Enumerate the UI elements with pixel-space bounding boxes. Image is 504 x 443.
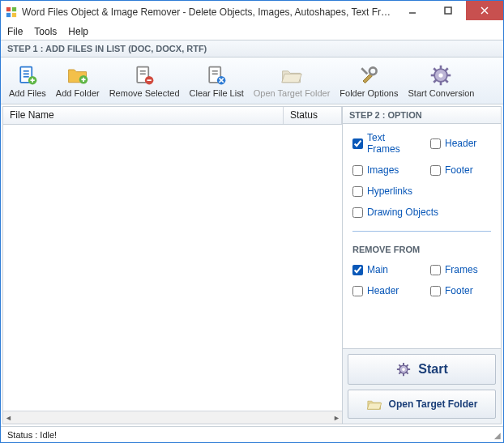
svg-rect-1 xyxy=(12,7,16,11)
file-add-icon xyxy=(16,64,39,87)
opt-header[interactable]: Header xyxy=(430,132,495,155)
folder-add-icon xyxy=(66,64,89,87)
file-list-rows[interactable] xyxy=(3,125,342,411)
add-files-button[interactable]: Add Files xyxy=(4,58,51,104)
opt-text-frames[interactable]: Text Frames xyxy=(352,132,417,155)
close-button[interactable] xyxy=(466,1,503,20)
gear-icon xyxy=(429,64,452,87)
svg-line-37 xyxy=(434,68,438,71)
chk-images[interactable] xyxy=(352,165,363,176)
svg-line-48 xyxy=(406,372,408,374)
open-target-folder-big-button[interactable]: Open Target Folder xyxy=(348,390,496,419)
gear-icon xyxy=(395,361,412,377)
toolbar: Add Files Add Folder Remove Selected Cle… xyxy=(1,58,503,104)
chk-text-frames[interactable] xyxy=(352,138,363,149)
remove-from-header: REMOVE FROM xyxy=(352,245,491,254)
svg-rect-2 xyxy=(6,13,11,17)
step2-header: STEP 2 : OPTION xyxy=(343,107,501,124)
start-label: Start xyxy=(418,362,447,377)
col-status[interactable]: Status xyxy=(284,107,342,124)
folder-open-icon xyxy=(280,64,303,87)
svg-line-38 xyxy=(446,79,449,83)
clear-list-button[interactable]: Clear File List xyxy=(185,58,249,104)
folder-open-icon xyxy=(366,396,382,412)
statusbar: Status : Idle! xyxy=(1,426,503,442)
opt-images[interactable]: Images xyxy=(352,164,417,176)
add-folder-button[interactable]: Add Folder xyxy=(51,58,105,104)
tools-icon xyxy=(357,64,380,87)
remove-selected-label: Remove Selected xyxy=(109,88,180,98)
rf-header[interactable]: Header xyxy=(352,285,417,296)
scroll-right-icon[interactable]: ► xyxy=(333,414,340,422)
svg-line-47 xyxy=(399,364,402,367)
options-panel: STEP 2 : OPTION Text Frames Header Image… xyxy=(343,107,501,424)
status-text: Status : Idle! xyxy=(7,430,57,440)
svg-line-39 xyxy=(446,68,449,71)
remove-selected-button[interactable]: Remove Selected xyxy=(105,58,185,104)
chk-frames[interactable] xyxy=(430,265,441,275)
chk-header2[interactable] xyxy=(352,286,363,296)
minimize-button[interactable] xyxy=(395,1,430,20)
chk-header[interactable] xyxy=(430,138,441,149)
clear-list-label: Clear File List xyxy=(190,88,244,98)
folder-options-button[interactable]: Folder Options xyxy=(335,58,403,104)
folder-options-label: Folder Options xyxy=(340,88,398,98)
open-target-folder-button[interactable]: Open Target Folder xyxy=(249,58,335,104)
svg-rect-3 xyxy=(12,13,16,17)
file-clear-icon xyxy=(205,64,228,87)
rf-frames[interactable]: Frames xyxy=(430,264,495,275)
options-body: Text Frames Header Images Footer Hyperli… xyxy=(343,124,501,348)
svg-point-29 xyxy=(369,67,377,75)
opt-drawing-objects[interactable]: Drawing Objects xyxy=(352,207,466,218)
col-filename[interactable]: File Name xyxy=(3,107,284,124)
titlebar: Word Files Object & Image Remover - Dele… xyxy=(1,1,503,23)
step1-header: STEP 1 : ADD FILES IN LIST (DOC, DOCX, R… xyxy=(1,40,503,58)
menu-file[interactable]: File xyxy=(7,26,23,37)
menu-help[interactable]: Help xyxy=(68,26,88,37)
svg-rect-0 xyxy=(6,7,11,11)
open-target-label: Open Target Folder xyxy=(254,88,331,98)
add-folder-label: Add Folder xyxy=(56,88,100,98)
svg-line-49 xyxy=(406,364,408,367)
file-list-panel: File Name Status ◄ ► xyxy=(3,107,343,424)
opt-footer[interactable]: Footer xyxy=(430,164,495,176)
opt-hyperlinks[interactable]: Hyperlinks xyxy=(352,185,417,197)
window-controls xyxy=(395,1,503,23)
chk-footer[interactable] xyxy=(430,165,441,176)
file-remove-icon xyxy=(133,64,156,87)
chk-footer2[interactable] xyxy=(430,286,441,296)
start-conversion-label: Start Conversion xyxy=(408,88,474,98)
rf-footer[interactable]: Footer xyxy=(430,285,495,296)
svg-rect-5 xyxy=(445,7,451,14)
horizontal-scrollbar[interactable]: ◄ ► xyxy=(3,411,342,424)
svg-line-30 xyxy=(362,68,368,74)
app-icon xyxy=(6,6,17,18)
open-target-label-big: Open Target Folder xyxy=(389,398,478,410)
main-body: File Name Status ◄ ► STEP 2 : OPTION Tex… xyxy=(2,106,502,424)
window-title: Word Files Object & Image Remover - Dele… xyxy=(22,6,395,18)
add-files-label: Add Files xyxy=(9,88,46,98)
chk-hyperlinks[interactable] xyxy=(352,186,363,197)
file-list-header: File Name Status xyxy=(3,107,342,125)
action-buttons: Start Open Target Folder xyxy=(343,348,501,424)
chk-drawing-objects[interactable] xyxy=(352,207,363,218)
start-button[interactable]: Start xyxy=(348,354,496,385)
maximize-button[interactable] xyxy=(430,1,466,20)
svg-line-40 xyxy=(434,79,438,83)
scroll-left-icon[interactable]: ◄ xyxy=(5,414,12,422)
svg-point-42 xyxy=(402,368,405,371)
chk-main[interactable] xyxy=(352,265,363,275)
rf-main[interactable]: Main xyxy=(352,264,417,275)
divider xyxy=(352,231,491,232)
svg-point-32 xyxy=(439,73,443,77)
resize-grip-icon[interactable]: ◢ xyxy=(494,431,501,440)
app-window: Word Files Object & Image Remover - Dele… xyxy=(0,0,504,443)
menu-tools[interactable]: Tools xyxy=(34,26,57,37)
svg-line-50 xyxy=(399,372,402,374)
menubar: File Tools Help xyxy=(1,23,503,40)
start-conversion-button[interactable]: Start Conversion xyxy=(403,58,479,104)
